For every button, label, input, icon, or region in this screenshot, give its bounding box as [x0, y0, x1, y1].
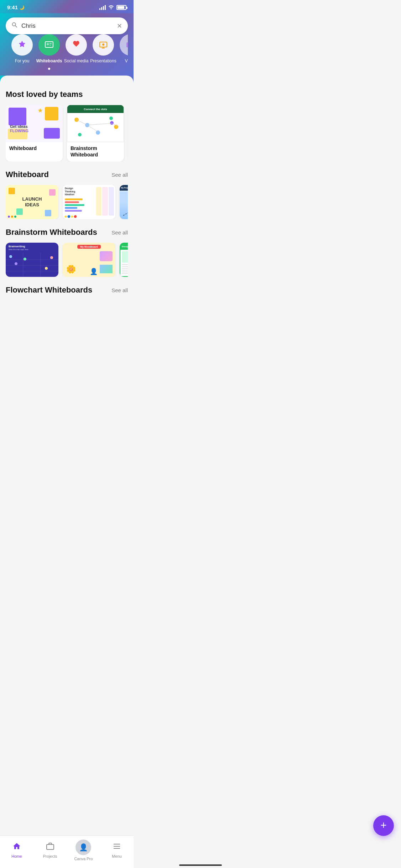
moon-icon: 🌙 — [19, 5, 25, 10]
main-content: Most loved by teams ★ Get ideas FLOWING … — [0, 83, 134, 343]
curve-transition — [0, 76, 134, 83]
card-brainstorm-wb-label: Brainstorm Whiteboard — [67, 142, 124, 161]
category-video[interactable]: Video — [120, 34, 128, 70]
battery-icon — [116, 5, 126, 10]
card-disruptive[interactable]: Disruptive Brainstorming — [120, 243, 128, 277]
svg-rect-2 — [50, 43, 52, 44]
journey-path — [120, 191, 128, 219]
whiteboard-section-header: Whiteboard See all — [6, 170, 128, 179]
category-whiteboards[interactable]: Whiteboards — [38, 34, 60, 70]
category-presentations[interactable]: Presentations — [93, 34, 114, 70]
category-video-label: Video — [125, 58, 128, 63]
dt-bar2 — [65, 201, 79, 203]
clear-icon[interactable]: ✕ — [117, 22, 122, 30]
dt-bar4 — [65, 207, 77, 209]
design-thinking-title: DesignThinkingIdeation — [65, 187, 75, 196]
sticky-launch-2 — [49, 189, 56, 196]
sticky-launch-1 — [9, 188, 15, 194]
journey-header: My Project Journey — [120, 185, 128, 191]
dt-bar5 — [65, 210, 82, 212]
star-icon: ★ — [37, 107, 43, 114]
card-moodboard[interactable]: My Moodboard 🌼 👤 — [63, 243, 115, 277]
journey-title-text: My Project Journey — [121, 187, 128, 189]
signal-bars — [99, 5, 106, 10]
status-icons — [99, 4, 126, 10]
disruptive-content — [122, 251, 128, 274]
svg-rect-1 — [47, 43, 49, 45]
most-loved-cards: ★ Get ideas FLOWING Whiteboard Connect t… — [6, 105, 128, 161]
brainstorm-section-title: Brainstorm Whiteboards — [6, 228, 97, 237]
svg-rect-0 — [45, 42, 53, 47]
svg-rect-3 — [50, 45, 51, 46]
search-area: ✕ For you Whiteboards — [0, 13, 134, 76]
card-design-thinking[interactable]: DesignThinkingIdeation ⭐🔵⭐🔴 — [63, 185, 115, 219]
launch-text: LAUNCHIDEAS — [22, 197, 42, 208]
brainstorm-see-all[interactable]: See all — [111, 229, 128, 236]
dt-bar3 — [65, 204, 84, 206]
moodboard-header: My Moodboard — [77, 245, 101, 249]
status-time: 9:41 — [7, 4, 18, 10]
whiteboard-text-get: Get ideas — [10, 124, 28, 129]
category-whiteboards-label: Whiteboards — [36, 58, 62, 63]
search-bar: ✕ — [6, 17, 128, 34]
sticky-yellow-1 — [45, 107, 58, 120]
whiteboard-see-all[interactable]: See all — [111, 172, 128, 178]
dt-bar1 — [65, 198, 83, 200]
search-input[interactable] — [21, 22, 113, 30]
flowchart-see-all[interactable]: See all — [111, 287, 128, 293]
card-brainwriting[interactable]: Brainwriting Write the main topic here — [6, 243, 58, 277]
sticky-purple-1 — [9, 108, 26, 125]
svg-rect-6 — [126, 42, 128, 47]
card-whiteboard-label: Whiteboard — [6, 142, 63, 155]
card-launch[interactable]: LAUNCHIDEAS — [6, 185, 58, 219]
dt-right-cols — [96, 187, 114, 216]
mb-photo1 — [100, 251, 113, 261]
card-brainstorm-wb[interactable]: Connect the dots Brainstorm Whiteboard — [67, 105, 124, 161]
moodboard-flower: 🌼 — [66, 265, 76, 274]
whiteboard-text-flowing: FLOWING — [10, 129, 28, 133]
dt-emojis: ⭐🔵⭐🔴 — [64, 215, 77, 218]
svg-line-7 — [77, 120, 87, 125]
category-foryou[interactable]: For you — [11, 34, 33, 70]
most-loved-title: Most loved by teams — [6, 90, 128, 99]
category-socialmedia[interactable]: Social media — [66, 34, 87, 70]
flowchart-section-title: Flowchart Whiteboards — [6, 285, 92, 295]
svg-point-5 — [102, 43, 104, 46]
whiteboard-section-title: Whiteboard — [6, 170, 49, 179]
mb-person: 👤 — [90, 268, 98, 275]
card-project-journey[interactable]: My Project Journey ⛵ 🏝️ — [120, 185, 128, 219]
category-foryou-label: For you — [15, 58, 30, 63]
search-icon — [11, 22, 18, 30]
category-presentations-label: Presentations — [90, 58, 116, 63]
status-bar: 9:41 🌙 — [0, 0, 134, 13]
brainstorm-section-header: Brainstorm Whiteboards See all — [6, 228, 128, 237]
sticky-launch-3 — [16, 208, 23, 215]
bw-grid — [6, 243, 58, 277]
launch-people — [8, 216, 56, 218]
brainstorm-cards: Brainwriting Write the main topic here — [6, 243, 128, 277]
flowchart-section-header: Flowchart Whiteboards See all — [6, 285, 128, 295]
connect-lines — [67, 105, 124, 142]
disruptive-title: Disruptive Brainstorming — [122, 246, 128, 248]
disruptive-header: Disruptive Brainstorming — [120, 243, 128, 250]
categories-row: For you Whiteboards Social media — [6, 34, 128, 76]
svg-line-10 — [112, 123, 119, 127]
card-whiteboard[interactable]: ★ Get ideas FLOWING Whiteboard — [6, 105, 63, 161]
svg-line-9 — [87, 123, 112, 125]
wifi-icon — [108, 4, 114, 10]
category-socialmedia-label: Social media — [64, 58, 89, 63]
svg-line-8 — [87, 125, 98, 132]
whiteboard-cards: LAUNCHIDEAS DesignThinkingIdeation — [6, 185, 128, 219]
mb-photo2 — [100, 265, 113, 273]
sticky-purple-2 — [44, 128, 60, 139]
